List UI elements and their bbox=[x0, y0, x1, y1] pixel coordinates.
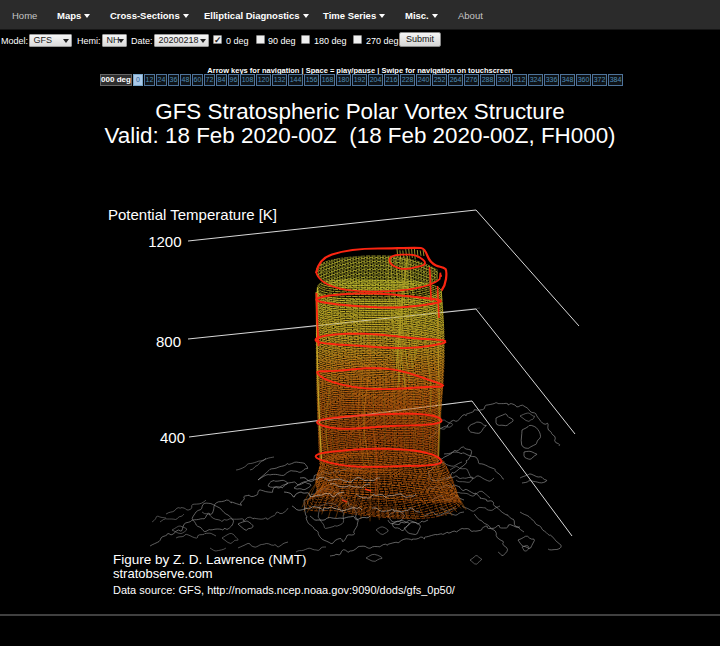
svg-text:GFS Stratospheric Polar Vortex: GFS Stratospheric Polar Vortex Structure bbox=[155, 99, 564, 124]
svg-text:Figure by Z. D. Lawrence (NMT): Figure by Z. D. Lawrence (NMT) bbox=[113, 552, 307, 567]
svg-text:Valid: 18 Feb 2020-00Z (18 Fe: Valid: 18 Feb 2020-00Z (18 Feb 2020-00Z,… bbox=[104, 123, 615, 148]
svg-text:Data source: GFS, http://nomad: Data source: GFS, http://nomads.ncep.noa… bbox=[113, 584, 456, 596]
svg-text:400: 400 bbox=[160, 429, 185, 446]
svg-text:1200: 1200 bbox=[148, 233, 181, 250]
svg-text:stratobserve.com: stratobserve.com bbox=[113, 566, 213, 581]
svg-text:Potential Temperature [K]: Potential Temperature [K] bbox=[108, 206, 277, 223]
svg-text:800: 800 bbox=[156, 333, 181, 350]
